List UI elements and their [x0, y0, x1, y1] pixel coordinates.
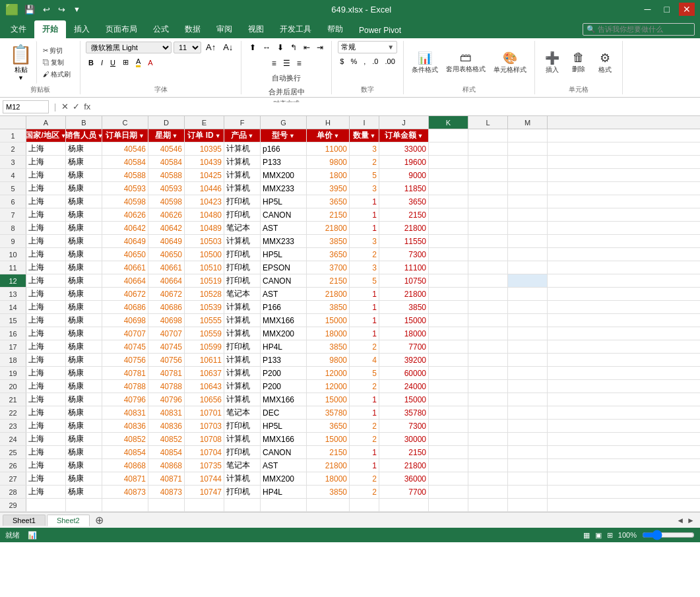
- cell-K2[interactable]: [429, 142, 468, 155]
- cell-M27[interactable]: [508, 472, 548, 485]
- cell-C11[interactable]: 40661: [102, 261, 148, 274]
- filter-arrow-F[interactable]: ▼: [248, 133, 254, 139]
- cell-L23[interactable]: [468, 420, 508, 432]
- cell-L21[interactable]: [468, 393, 508, 406]
- cell-L10[interactable]: [468, 248, 508, 261]
- col-header-B[interactable]: B: [66, 116, 102, 129]
- cell-B20[interactable]: 杨康: [66, 380, 102, 393]
- cell-G2[interactable]: p166: [261, 142, 307, 155]
- cell-F4[interactable]: 计算机: [224, 169, 261, 181]
- cell-I19[interactable]: 5: [350, 367, 379, 379]
- cell-E13[interactable]: 10528: [185, 288, 224, 300]
- currency-btn[interactable]: $: [337, 56, 346, 67]
- quick-access-undo[interactable]: ↩: [41, 3, 52, 16]
- cell-L7[interactable]: [468, 208, 508, 221]
- cell-G19[interactable]: P200: [261, 367, 307, 379]
- cell-E5[interactable]: 10446: [185, 182, 224, 195]
- tab-powerpivot[interactable]: Power Pivot: [351, 22, 409, 38]
- cell-C27[interactable]: 40871: [102, 472, 148, 485]
- cell-H14[interactable]: 3850: [307, 301, 350, 313]
- cell-E29[interactable]: [185, 499, 224, 511]
- cell-K12[interactable]: [429, 274, 468, 287]
- cell-E9[interactable]: 10503: [185, 235, 224, 247]
- cell-E11[interactable]: 10510: [185, 261, 224, 274]
- font-decrease-btn[interactable]: A↓: [220, 41, 236, 53]
- cell-A7[interactable]: 上海: [26, 208, 66, 221]
- cell-K13[interactable]: [429, 288, 468, 300]
- cell-B6[interactable]: 杨康: [66, 195, 102, 208]
- cell-E10[interactable]: 10500: [185, 248, 224, 261]
- cell-F1[interactable]: 产品 ▼: [224, 129, 261, 142]
- cell-C5[interactable]: 40593: [102, 182, 148, 195]
- cell-H5[interactable]: 3950: [307, 182, 350, 195]
- cell-I22[interactable]: 1: [350, 406, 379, 419]
- cell-D4[interactable]: 40588: [148, 169, 185, 181]
- cell-F29[interactable]: [224, 499, 261, 511]
- cell-M15[interactable]: [508, 314, 548, 327]
- cell-L28[interactable]: [468, 486, 508, 498]
- cell-E19[interactable]: 10637: [185, 367, 224, 379]
- cell-M28[interactable]: [508, 486, 548, 498]
- cell-J16[interactable]: 18000: [379, 327, 429, 340]
- cell-J19[interactable]: 60000: [379, 367, 429, 379]
- cell-J13[interactable]: 21800: [379, 288, 429, 300]
- underline-button[interactable]: U: [108, 57, 118, 68]
- cell-B10[interactable]: 杨康: [66, 248, 102, 261]
- cell-L5[interactable]: [468, 182, 508, 195]
- font-increase-btn[interactable]: A↑: [203, 41, 218, 53]
- cell-M8[interactable]: [508, 222, 548, 234]
- cell-L27[interactable]: [468, 472, 508, 485]
- cell-I28[interactable]: 2: [350, 486, 379, 498]
- cell-K24[interactable]: [429, 433, 468, 445]
- cell-L6[interactable]: [468, 195, 508, 208]
- cell-H24[interactable]: 15000: [307, 433, 350, 445]
- quick-access-redo[interactable]: ↪: [56, 3, 67, 16]
- cell-J24[interactable]: 30000: [379, 433, 429, 445]
- cell-A28[interactable]: 上海: [26, 486, 66, 498]
- cell-I26[interactable]: 1: [350, 459, 379, 472]
- cell-B21[interactable]: 杨康: [66, 393, 102, 406]
- col-header-D[interactable]: D: [148, 116, 185, 129]
- cell-A1[interactable]: 国家/地区 ▼: [26, 129, 66, 142]
- cell-F14[interactable]: 计算机: [224, 301, 261, 313]
- cell-C2[interactable]: 40546: [102, 142, 148, 155]
- cell-E24[interactable]: 10708: [185, 433, 224, 445]
- cell-L22[interactable]: [468, 406, 508, 419]
- cell-L24[interactable]: [468, 433, 508, 445]
- cell-J7[interactable]: 2150: [379, 208, 429, 221]
- cell-J21[interactable]: 15000: [379, 393, 429, 406]
- cell-D5[interactable]: 40593: [148, 182, 185, 195]
- cell-D28[interactable]: 40873: [148, 486, 185, 498]
- indent-decrease-btn[interactable]: ⇤: [301, 41, 313, 54]
- cell-L17[interactable]: [468, 340, 508, 353]
- cell-A24[interactable]: 上海: [26, 433, 66, 445]
- merge-center-btn[interactable]: 合并后居中: [266, 86, 307, 98]
- cell-K15[interactable]: [429, 314, 468, 327]
- row-num-6[interactable]: 6: [0, 195, 26, 208]
- align-middle-btn[interactable]: ↔: [260, 41, 273, 54]
- cell-M25[interactable]: [508, 446, 548, 458]
- cell-A2[interactable]: 上海: [26, 142, 66, 155]
- cell-B2[interactable]: 杨康: [66, 142, 102, 155]
- cell-D16[interactable]: 40707: [148, 327, 185, 340]
- cell-D25[interactable]: 40854: [148, 446, 185, 458]
- cell-J12[interactable]: 10750: [379, 274, 429, 287]
- cell-K16[interactable]: [429, 327, 468, 340]
- cell-J4[interactable]: 9000: [379, 169, 429, 181]
- cell-H6[interactable]: 3650: [307, 195, 350, 208]
- cell-I27[interactable]: 2: [350, 472, 379, 485]
- cell-A20[interactable]: 上海: [26, 380, 66, 393]
- cell-M1[interactable]: [508, 129, 548, 142]
- filter-arrow-E[interactable]: ▼: [215, 133, 221, 139]
- cell-E7[interactable]: 10480: [185, 208, 224, 221]
- insert-function-icon[interactable]: fx: [84, 102, 90, 111]
- view-page-break-icon[interactable]: ⊞: [607, 531, 613, 540]
- cell-I4[interactable]: 5: [350, 169, 379, 181]
- cell-D17[interactable]: 40745: [148, 340, 185, 353]
- cell-C3[interactable]: 40584: [102, 156, 148, 168]
- cell-F2[interactable]: 计算机: [224, 142, 261, 155]
- cell-B25[interactable]: 杨康: [66, 446, 102, 458]
- col-header-I[interactable]: I: [350, 116, 379, 129]
- align-top-btn[interactable]: ⬆: [247, 41, 259, 54]
- cell-K28[interactable]: [429, 486, 468, 498]
